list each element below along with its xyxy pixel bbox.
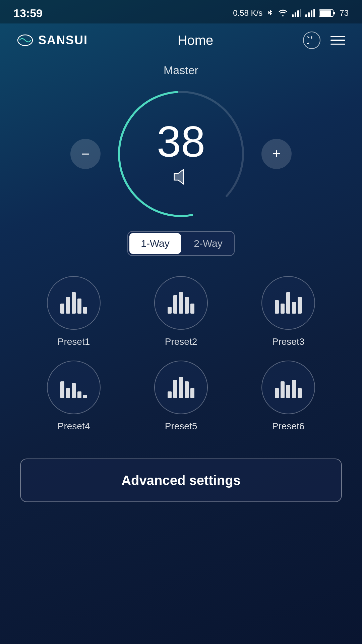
svg-rect-2 bbox=[297, 10, 299, 17]
header: SANSUI Home bbox=[0, 23, 362, 57]
advanced-settings-label: Advanced settings bbox=[121, 473, 241, 488]
preset-3-circle bbox=[261, 276, 315, 330]
speaker-icon bbox=[171, 167, 191, 188]
preset-4-label: Preset4 bbox=[58, 421, 90, 432]
svg-rect-3 bbox=[300, 9, 301, 17]
volume-control: − 38 + bbox=[70, 87, 292, 221]
preset-5-circle bbox=[154, 361, 208, 414]
svg-rect-10 bbox=[320, 10, 331, 16]
toggle-1way[interactable]: 1-Way bbox=[129, 233, 181, 254]
dial-inner: 38 bbox=[157, 120, 205, 188]
status-bar: 13:59 0.58 K/s 73 bbox=[0, 0, 362, 23]
preset-5-icon bbox=[168, 377, 194, 398]
page-title: Home bbox=[178, 33, 214, 48]
preset-4-circle bbox=[47, 361, 101, 414]
preset-5-label: Preset5 bbox=[165, 421, 197, 432]
preset-6[interactable]: Preset6 bbox=[261, 361, 315, 432]
presets-section: Preset1 Preset2 bbox=[0, 266, 362, 455]
logo-text: SANSUI bbox=[38, 33, 88, 47]
status-time: 13:59 bbox=[13, 7, 43, 20]
preset-2-circle bbox=[154, 276, 208, 330]
toggle-switch: 1-Way 2-Way bbox=[127, 231, 235, 256]
sansui-logo-icon bbox=[17, 34, 34, 47]
svg-rect-7 bbox=[313, 9, 315, 17]
svg-marker-14 bbox=[174, 169, 184, 184]
menu-button[interactable] bbox=[330, 36, 345, 45]
preset-6-icon bbox=[275, 377, 302, 398]
wifi-icon bbox=[278, 9, 288, 17]
signal2-icon bbox=[305, 9, 315, 17]
preset-2-label: Preset2 bbox=[165, 336, 197, 347]
svg-rect-0 bbox=[292, 14, 294, 17]
power-button[interactable] bbox=[303, 32, 320, 49]
master-label: Master bbox=[164, 64, 198, 77]
preset-6-circle bbox=[261, 361, 315, 414]
preset-1[interactable]: Preset1 bbox=[47, 276, 101, 347]
advanced-settings-button[interactable]: Advanced settings bbox=[20, 459, 342, 502]
preset-2[interactable]: Preset2 bbox=[154, 276, 208, 347]
svg-rect-1 bbox=[295, 12, 296, 17]
preset-1-icon bbox=[60, 292, 87, 314]
preset-3-icon bbox=[275, 292, 302, 314]
network-speed: 0.58 K/s bbox=[233, 8, 262, 18]
preset-4[interactable]: Preset4 bbox=[47, 361, 101, 432]
presets-row-1: Preset1 Preset2 bbox=[20, 276, 342, 347]
svg-rect-5 bbox=[308, 12, 310, 17]
preset-3[interactable]: Preset3 bbox=[261, 276, 315, 347]
volume-value: 38 bbox=[157, 120, 205, 163]
battery-icon bbox=[319, 9, 336, 17]
status-right: 0.58 K/s 73 bbox=[233, 8, 349, 18]
svg-rect-6 bbox=[311, 10, 312, 17]
volume-increase-button[interactable]: + bbox=[261, 139, 292, 169]
preset-1-label: Preset1 bbox=[58, 336, 90, 347]
preset-6-label: Preset6 bbox=[272, 421, 305, 432]
preset-5[interactable]: Preset5 bbox=[154, 361, 208, 432]
presets-row-2: Preset4 Preset5 bbox=[20, 361, 342, 432]
svg-rect-9 bbox=[334, 12, 335, 14]
svg-rect-4 bbox=[305, 14, 307, 17]
preset-3-label: Preset3 bbox=[272, 336, 305, 347]
preset-2-icon bbox=[168, 292, 194, 314]
volume-decrease-button[interactable]: − bbox=[70, 139, 101, 169]
toggle-2way[interactable]: 2-Way bbox=[182, 232, 234, 255]
header-icons bbox=[303, 32, 345, 49]
preset-1-circle bbox=[47, 276, 101, 330]
bluetooth-icon bbox=[266, 8, 274, 18]
battery-level: 73 bbox=[340, 8, 349, 18]
volume-section: Master − 38 + 1-Way bbox=[0, 57, 362, 266]
preset-4-icon bbox=[60, 377, 87, 398]
way-toggle: 1-Way 2-Way bbox=[127, 231, 235, 256]
logo: SANSUI bbox=[17, 33, 88, 47]
volume-dial: 38 bbox=[114, 87, 248, 221]
signal-icon bbox=[292, 9, 301, 17]
